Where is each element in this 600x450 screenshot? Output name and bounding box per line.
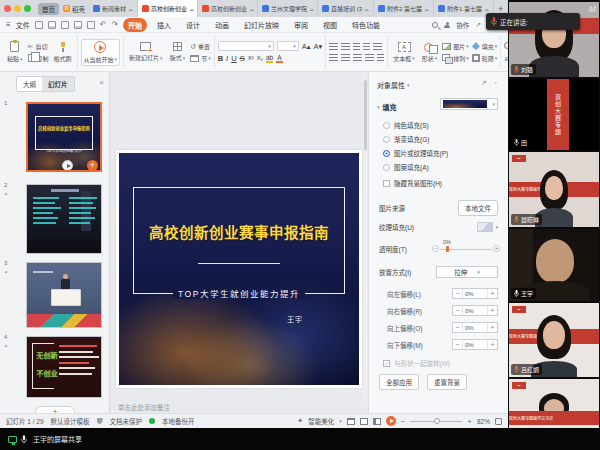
open-file-icon[interactable]	[48, 21, 56, 29]
line-spacing-icon[interactable]	[373, 43, 382, 51]
align-right-icon[interactable]	[353, 54, 362, 62]
play-from-slide-button[interactable]	[62, 160, 73, 171]
align-center-icon[interactable]	[341, 54, 350, 62]
increase-font-button[interactable]: A▴	[302, 42, 311, 51]
redo-icon[interactable]: ↷	[111, 21, 118, 29]
slider-thumb[interactable]	[446, 246, 449, 252]
fill-preview-dropdown[interactable]: ▾	[440, 98, 498, 110]
italic-button[interactable]: I	[226, 54, 228, 63]
checkbox-icon[interactable]	[383, 180, 390, 187]
menu-design[interactable]: 设计	[181, 18, 205, 32]
home-tab[interactable]: 首页	[38, 3, 59, 15]
slider-minus-icon[interactable]: −	[432, 245, 439, 252]
layout-button[interactable]: 版式▾	[168, 41, 188, 63]
collaborate-button[interactable]: 协作	[456, 20, 469, 30]
fit-to-window-button[interactable]	[495, 418, 502, 425]
document-tab-6[interactable]: 附件1.第七届☁	[434, 0, 494, 17]
undo-icon[interactable]: ↶	[100, 21, 107, 29]
reading-view-button[interactable]	[373, 418, 381, 425]
zoom-out-button[interactable]: −	[401, 417, 406, 426]
offset-stepper[interactable]: −0%+	[452, 288, 498, 299]
document-tab-2[interactable]: 高校创新创业☁	[198, 0, 258, 17]
docer-tab[interactable]: D稻壳	[59, 2, 89, 16]
slider-plus-icon[interactable]: +	[493, 245, 500, 252]
minus-icon[interactable]: −	[453, 306, 462, 315]
rotate-with-shape-option[interactable]: ✓与形状一起旋转(W)	[383, 358, 450, 368]
offset-stepper[interactable]: −0%+	[452, 339, 498, 350]
minimize-window-button[interactable]	[14, 5, 21, 12]
outline-button[interactable]: 轮廓▾	[472, 54, 498, 63]
zoom-level[interactable]: 82%	[477, 418, 490, 425]
document-tab-4[interactable]: 直播培训 (3☁	[318, 0, 374, 17]
minus-icon[interactable]: −	[453, 340, 462, 349]
justify-icon[interactable]	[365, 54, 374, 62]
outline-tab[interactable]: 大纲	[17, 77, 42, 91]
menu-view[interactable]: 视图	[318, 18, 342, 32]
export-icon[interactable]	[87, 21, 95, 29]
plus-icon[interactable]: +	[488, 323, 497, 332]
zoom-in-button[interactable]: +	[467, 417, 472, 426]
backup-status[interactable]: 本地备份开	[162, 416, 195, 426]
menu-insert[interactable]: 插入	[152, 18, 176, 32]
hide-background-option[interactable]: 隐藏背景图形(H)	[383, 178, 442, 188]
offset-stepper[interactable]: −0%+	[452, 305, 498, 316]
radio-icon[interactable]	[383, 136, 390, 143]
plus-icon[interactable]: +	[488, 306, 497, 315]
slides-tab[interactable]: 幻灯片	[42, 77, 74, 91]
print-icon[interactable]	[74, 21, 82, 29]
placement-select[interactable]: 拉伸▾	[436, 266, 498, 278]
cut-button[interactable]: ✂剪切	[28, 42, 49, 51]
document-tab-3[interactable]: 兰州文理学院☁	[258, 0, 318, 17]
indent-icon[interactable]	[363, 43, 370, 51]
fill-option-pattern[interactable]: 图案填充(A)	[383, 162, 429, 172]
screen-share-monitor-icon[interactable]	[8, 436, 17, 443]
plus-icon[interactable]: +	[488, 340, 497, 349]
normal-view-button[interactable]	[347, 418, 355, 425]
texture-swatch[interactable]	[477, 222, 493, 232]
fill-option-gradient[interactable]: 渐变填充(G)	[383, 134, 429, 144]
hamburger-menu-icon[interactable]: ≡	[6, 20, 11, 29]
participant-tile-6[interactable]: ▪▪ “互联网+”双创大赛专题辅导交流会	[509, 379, 599, 428]
menu-animation[interactable]: 动画	[210, 18, 234, 32]
fill-section-header[interactable]: ▾填充	[377, 102, 397, 112]
section-button[interactable]: 节▾	[190, 54, 211, 63]
maximize-window-button[interactable]	[24, 5, 31, 12]
fill-button[interactable]: 填充▾	[472, 42, 498, 51]
menu-start[interactable]: 开始	[123, 18, 147, 32]
mic-icon[interactable]	[21, 435, 27, 444]
checkbox-checked-icon[interactable]: ✓	[383, 360, 390, 367]
zoom-slider[interactable]	[410, 417, 462, 425]
format-painter-button[interactable]: 格式刷	[52, 41, 74, 64]
menu-slideshow[interactable]: 幻灯片放映	[239, 18, 284, 32]
outdent-icon[interactable]	[353, 43, 360, 51]
slide-2-thumbnail[interactable]	[26, 184, 102, 254]
new-file-icon[interactable]	[35, 21, 43, 29]
participant-tile-5[interactable]: ▪▪ “互联网+”双创大赛专题辅导交流会 吕红娟	[509, 303, 599, 377]
search-icon[interactable]	[432, 22, 438, 28]
participant-tile-2[interactable]: 双创大赛专题 田	[509, 79, 599, 150]
bullet-list-icon[interactable]	[329, 43, 338, 51]
radio-selected-icon[interactable]	[383, 150, 390, 157]
save-icon[interactable]	[61, 21, 69, 29]
numbered-list-icon[interactable]	[341, 43, 350, 51]
textbox-button[interactable]: A文本框▾	[391, 41, 417, 64]
minus-icon[interactable]: −	[453, 323, 462, 332]
panel-header-icons[interactable]: ↗ ◦	[481, 79, 500, 87]
close-window-button[interactable]	[4, 5, 11, 12]
document-tab-5[interactable]: 附件2.第七届☁	[374, 0, 434, 17]
notes-placeholder[interactable]: 单击此处添加备注	[118, 402, 170, 412]
slide-page[interactable]: 高校创新创业赛事申报指南 TOP大学生就创业能力提升 王宇	[116, 150, 362, 388]
protection-status[interactable]: 文档未保护	[110, 416, 143, 426]
add-slide-quick-button[interactable]: +	[87, 160, 98, 171]
font-color-button[interactable]: A	[276, 54, 283, 63]
fill-option-picture[interactable]: 图片或纹理填充(P)	[383, 148, 448, 158]
transparency-slider[interactable]: 0% − +	[434, 244, 498, 254]
offset-stepper[interactable]: −0%+	[452, 322, 498, 333]
shapes-button[interactable]: 形状▾	[420, 41, 440, 64]
fill-option-solid[interactable]: 纯色填充(S)	[383, 120, 429, 130]
zoom-slider-thumb[interactable]	[434, 418, 440, 424]
copy-button[interactable]: 复制	[28, 54, 49, 63]
play-from-current-button[interactable]: 从当前开始▾	[81, 39, 121, 66]
close-panel-icon[interactable]: ×	[99, 78, 104, 87]
slide-3-thumbnail[interactable]	[26, 262, 102, 328]
